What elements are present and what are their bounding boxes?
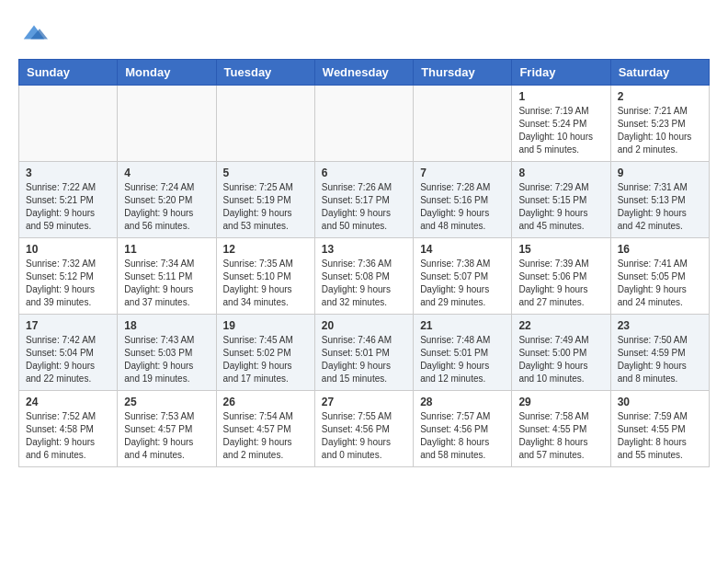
calendar-cell: 1Sunrise: 7:19 AM Sunset: 5:24 PM Daylig… — [512, 86, 610, 162]
calendar-week-row: 3Sunrise: 7:22 AM Sunset: 5:21 PM Daylig… — [19, 162, 710, 238]
calendar-day-header: Monday — [118, 60, 216, 86]
day-info: Sunrise: 7:38 AM Sunset: 5:07 PM Dayligh… — [420, 258, 505, 309]
calendar-cell — [314, 86, 413, 162]
calendar-cell: 21Sunrise: 7:48 AM Sunset: 5:01 PM Dayli… — [414, 315, 512, 391]
calendar-header-row: SundayMondayTuesdayWednesdayThursdayFrid… — [19, 60, 710, 86]
day-info: Sunrise: 7:31 AM Sunset: 5:13 PM Dayligh… — [618, 181, 702, 233]
day-info: Sunrise: 7:29 AM Sunset: 5:15 PM Dayligh… — [518, 181, 603, 233]
calendar-cell: 10Sunrise: 7:32 AM Sunset: 5:12 PM Dayli… — [19, 238, 118, 315]
day-info: Sunrise: 7:46 AM Sunset: 5:01 PM Dayligh… — [322, 334, 406, 385]
day-info: Sunrise: 7:41 AM Sunset: 5:05 PM Dayligh… — [618, 258, 702, 309]
day-info: Sunrise: 7:50 AM Sunset: 4:59 PM Dayligh… — [618, 334, 702, 385]
calendar-cell: 18Sunrise: 7:43 AM Sunset: 5:03 PM Dayli… — [118, 315, 216, 391]
day-info: Sunrise: 7:43 AM Sunset: 5:03 PM Dayligh… — [124, 334, 209, 385]
day-info: Sunrise: 7:25 AM Sunset: 5:19 PM Dayligh… — [223, 181, 308, 233]
day-info: Sunrise: 7:32 AM Sunset: 5:12 PM Dayligh… — [26, 258, 110, 309]
day-number: 15 — [518, 243, 603, 256]
logo-icon — [20, 18, 48, 46]
day-info: Sunrise: 7:28 AM Sunset: 5:16 PM Dayligh… — [420, 181, 505, 233]
day-info: Sunrise: 7:57 AM Sunset: 4:56 PM Dayligh… — [420, 410, 505, 462]
day-number: 12 — [223, 243, 308, 256]
day-info: Sunrise: 7:26 AM Sunset: 5:17 PM Dayligh… — [322, 181, 406, 233]
day-number: 25 — [124, 396, 209, 408]
day-number: 30 — [618, 396, 702, 408]
day-number: 21 — [420, 319, 505, 332]
day-number: 4 — [124, 167, 209, 179]
calendar-cell: 19Sunrise: 7:45 AM Sunset: 5:02 PM Dayli… — [216, 315, 314, 391]
calendar-cell: 17Sunrise: 7:42 AM Sunset: 5:04 PM Dayli… — [19, 315, 118, 391]
calendar-cell: 6Sunrise: 7:26 AM Sunset: 5:17 PM Daylig… — [314, 162, 413, 238]
day-info: Sunrise: 7:53 AM Sunset: 4:57 PM Dayligh… — [124, 410, 209, 462]
calendar-cell: 14Sunrise: 7:38 AM Sunset: 5:07 PM Dayli… — [414, 238, 512, 315]
day-number: 27 — [322, 396, 406, 408]
day-number: 19 — [223, 319, 308, 332]
calendar-cell: 5Sunrise: 7:25 AM Sunset: 5:19 PM Daylig… — [216, 162, 314, 238]
calendar-day-header: Sunday — [19, 60, 118, 86]
day-number: 1 — [518, 90, 603, 103]
day-number: 28 — [420, 396, 505, 408]
calendar-cell: 8Sunrise: 7:29 AM Sunset: 5:15 PM Daylig… — [512, 162, 610, 238]
logo — [18, 18, 48, 50]
calendar-cell: 20Sunrise: 7:46 AM Sunset: 5:01 PM Dayli… — [314, 315, 413, 391]
calendar-cell: 15Sunrise: 7:39 AM Sunset: 5:06 PM Dayli… — [512, 238, 610, 315]
calendar-cell: 27Sunrise: 7:55 AM Sunset: 4:56 PM Dayli… — [314, 391, 413, 467]
calendar-day-header: Thursday — [414, 60, 512, 86]
day-info: Sunrise: 7:45 AM Sunset: 5:02 PM Dayligh… — [223, 334, 308, 385]
day-number: 29 — [518, 396, 603, 408]
day-number: 24 — [26, 396, 110, 408]
day-number: 5 — [223, 167, 308, 179]
calendar-week-row: 1Sunrise: 7:19 AM Sunset: 5:24 PM Daylig… — [19, 86, 710, 162]
day-number: 9 — [618, 167, 702, 179]
calendar-cell: 26Sunrise: 7:54 AM Sunset: 4:57 PM Dayli… — [216, 391, 314, 467]
calendar-cell: 4Sunrise: 7:24 AM Sunset: 5:20 PM Daylig… — [118, 162, 216, 238]
day-number: 18 — [124, 319, 209, 332]
day-info: Sunrise: 7:58 AM Sunset: 4:55 PM Dayligh… — [518, 410, 603, 462]
calendar-cell: 30Sunrise: 7:59 AM Sunset: 4:55 PM Dayli… — [610, 391, 709, 467]
day-number: 7 — [420, 167, 505, 179]
day-info: Sunrise: 7:52 AM Sunset: 4:58 PM Dayligh… — [26, 410, 110, 462]
calendar-cell: 16Sunrise: 7:41 AM Sunset: 5:05 PM Dayli… — [610, 238, 709, 315]
day-number: 26 — [223, 396, 308, 408]
calendar-cell: 11Sunrise: 7:34 AM Sunset: 5:11 PM Dayli… — [118, 238, 216, 315]
calendar-cell: 22Sunrise: 7:49 AM Sunset: 5:00 PM Dayli… — [512, 315, 610, 391]
day-info: Sunrise: 7:42 AM Sunset: 5:04 PM Dayligh… — [26, 334, 110, 385]
calendar-cell: 28Sunrise: 7:57 AM Sunset: 4:56 PM Dayli… — [414, 391, 512, 467]
calendar-cell: 2Sunrise: 7:21 AM Sunset: 5:23 PM Daylig… — [610, 86, 709, 162]
calendar-cell: 3Sunrise: 7:22 AM Sunset: 5:21 PM Daylig… — [19, 162, 118, 238]
calendar-cell: 12Sunrise: 7:35 AM Sunset: 5:10 PM Dayli… — [216, 238, 314, 315]
day-info: Sunrise: 7:21 AM Sunset: 5:23 PM Dayligh… — [618, 105, 702, 156]
day-info: Sunrise: 7:34 AM Sunset: 5:11 PM Dayligh… — [124, 258, 209, 309]
day-info: Sunrise: 7:48 AM Sunset: 5:01 PM Dayligh… — [420, 334, 505, 385]
calendar-day-header: Friday — [512, 60, 610, 86]
calendar-cell — [19, 86, 118, 162]
calendar-table: SundayMondayTuesdayWednesdayThursdayFrid… — [18, 59, 710, 467]
day-number: 13 — [322, 243, 406, 256]
calendar-week-row: 24Sunrise: 7:52 AM Sunset: 4:58 PM Dayli… — [19, 391, 710, 467]
day-info: Sunrise: 7:59 AM Sunset: 4:55 PM Dayligh… — [618, 410, 702, 462]
calendar-cell: 13Sunrise: 7:36 AM Sunset: 5:08 PM Dayli… — [314, 238, 413, 315]
day-number: 23 — [618, 319, 702, 332]
day-number: 6 — [322, 167, 406, 179]
day-number: 10 — [26, 243, 110, 256]
calendar-cell: 9Sunrise: 7:31 AM Sunset: 5:13 PM Daylig… — [610, 162, 709, 238]
day-info: Sunrise: 7:36 AM Sunset: 5:08 PM Dayligh… — [322, 258, 406, 309]
calendar-day-header: Tuesday — [216, 60, 314, 86]
calendar-week-row: 17Sunrise: 7:42 AM Sunset: 5:04 PM Dayli… — [19, 315, 710, 391]
day-info: Sunrise: 7:22 AM Sunset: 5:21 PM Dayligh… — [26, 181, 110, 233]
day-number: 20 — [322, 319, 406, 332]
day-info: Sunrise: 7:49 AM Sunset: 5:00 PM Dayligh… — [518, 334, 603, 385]
calendar-cell: 24Sunrise: 7:52 AM Sunset: 4:58 PM Dayli… — [19, 391, 118, 467]
day-number: 8 — [518, 167, 603, 179]
calendar-cell — [216, 86, 314, 162]
page-header — [18, 18, 710, 50]
calendar-cell: 29Sunrise: 7:58 AM Sunset: 4:55 PM Dayli… — [512, 391, 610, 467]
day-info: Sunrise: 7:39 AM Sunset: 5:06 PM Dayligh… — [518, 258, 603, 309]
calendar-cell: 23Sunrise: 7:50 AM Sunset: 4:59 PM Dayli… — [610, 315, 709, 391]
day-info: Sunrise: 7:19 AM Sunset: 5:24 PM Dayligh… — [518, 105, 603, 156]
day-info: Sunrise: 7:35 AM Sunset: 5:10 PM Dayligh… — [223, 258, 308, 309]
calendar-cell — [414, 86, 512, 162]
calendar-day-header: Wednesday — [314, 60, 413, 86]
day-number: 14 — [420, 243, 505, 256]
calendar-cell — [118, 86, 216, 162]
day-number: 16 — [618, 243, 702, 256]
